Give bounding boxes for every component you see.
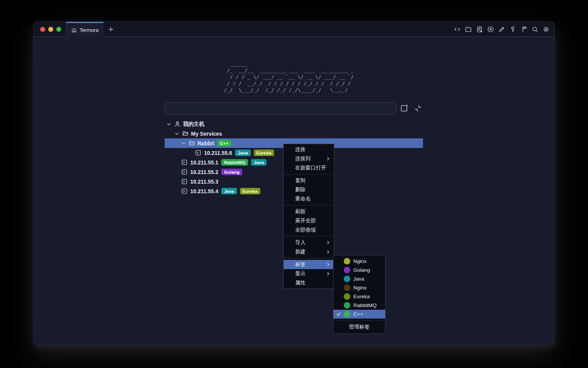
edit-icon[interactable]: [498, 26, 505, 33]
search-actions: [400, 104, 422, 113]
tag-label: Eureka: [353, 294, 370, 299]
submenu-arrow-icon: [326, 250, 330, 254]
menu-item-properties[interactable]: 属性: [284, 278, 334, 288]
tab-bar: Termora: [34, 22, 554, 37]
search-icon[interactable]: [531, 26, 539, 33]
tag-badge: RabbitMQ: [221, 159, 248, 166]
menu-item-refresh[interactable]: 刷新: [284, 207, 334, 216]
tag-color-dot: [344, 276, 350, 282]
tag-item-java[interactable]: Java: [333, 274, 385, 283]
tag-label: Nginx: [353, 258, 367, 264]
tag-label: Nginx: [353, 285, 367, 291]
menu-item-collapse-all[interactable]: 全部收缩: [284, 225, 334, 235]
menu-item-label: 导入: [295, 239, 305, 246]
add-host-icon[interactable]: [400, 104, 408, 113]
menu-item-new[interactable]: 新建: [284, 247, 334, 256]
close-window-button[interactable]: [40, 27, 45, 32]
document-icon[interactable]: [476, 26, 483, 33]
menu-item-label: 显示: [295, 270, 305, 277]
record-icon[interactable]: [487, 26, 494, 33]
menu-item-import[interactable]: 导入: [284, 238, 334, 247]
folder-open-icon: [182, 130, 189, 137]
folder-icon[interactable]: [465, 26, 472, 33]
tab-label: Termora: [80, 27, 99, 33]
tag-label: Java: [353, 276, 364, 282]
tag-item-nginx[interactable]: Nginx: [333, 257, 385, 266]
submenu-arrow-icon: [326, 271, 330, 276]
tree-node-label: 10.211.55.2: [190, 169, 218, 175]
terminal-icon: [181, 169, 187, 175]
menu-item-label: 连接到: [295, 155, 311, 162]
tag-submenu: Nginx Golang Java Nginx Eureka RabbitMQ: [333, 255, 385, 334]
tree-node-label: My Services: [191, 131, 222, 137]
terminal-icon: [181, 179, 187, 184]
zoom-window-button[interactable]: [56, 27, 61, 32]
menu-item-expand-all[interactable]: 展开全部: [284, 216, 334, 225]
tree-node-label: 10.211.55.3: [190, 179, 218, 185]
chevron-down-icon[interactable]: [181, 141, 186, 146]
key-icon[interactable]: [509, 26, 516, 33]
chevron-down-icon[interactable]: [175, 131, 179, 136]
menu-item-rename[interactable]: 重命名: [284, 194, 334, 204]
terminal-icon: [181, 159, 187, 165]
tag-label: C++: [353, 311, 363, 317]
tag-item-golang[interactable]: Golang: [333, 266, 385, 274]
menu-separator: [284, 205, 334, 205]
tree-node-label: 10.211.55.6: [204, 150, 232, 156]
minimize-window-button[interactable]: [48, 27, 53, 32]
menu-separator: [284, 236, 334, 237]
tag-badge: Eureka: [240, 188, 261, 194]
folder-open-icon: [189, 140, 195, 146]
menu-item-label: 新建: [295, 248, 305, 255]
tree-node-label: 10.211.55.1: [190, 159, 218, 166]
tag-color-dot: [344, 302, 350, 309]
terminal-icon: [195, 150, 201, 156]
manage-tags-item[interactable]: 管理标签: [333, 322, 385, 332]
submenu-arrow-icon: [326, 262, 330, 267]
tag-badge: Golang: [221, 169, 242, 175]
tag-color-dot: [344, 311, 350, 317]
terminal-icon: [181, 188, 187, 194]
keychain-icon[interactable]: [520, 26, 528, 33]
menu-item-delete[interactable]: 删除: [284, 185, 334, 194]
toolbar: [454, 22, 550, 37]
tree-node-my-services[interactable]: My Services: [165, 129, 423, 138]
submenu-arrow-icon: [326, 240, 330, 245]
tag-label: Golang: [353, 267, 370, 273]
tag-color-dot: [344, 293, 350, 300]
tag-color-dot: [344, 258, 350, 264]
tag-item-cpp[interactable]: C++: [333, 310, 385, 319]
tag-color-dot: [344, 267, 350, 273]
menu-item-show[interactable]: 显示: [284, 269, 334, 278]
new-tab-button[interactable]: [104, 22, 117, 37]
tree-node-my-hosts[interactable]: 我的主机: [165, 119, 423, 129]
tree-node-label: Rabbit: [198, 140, 214, 146]
tree-node-label: 我的主机: [183, 121, 204, 128]
tag-item-eureka[interactable]: Eureka: [333, 292, 385, 301]
menu-separator: [284, 258, 334, 258]
tag-label: RabbitMQ: [353, 302, 377, 308]
chevron-down-icon[interactable]: [167, 122, 171, 127]
tag-item-nginx-2[interactable]: Nginx: [333, 283, 385, 292]
collapse-all-icon[interactable]: [413, 104, 422, 113]
submenu-arrow-icon: [326, 156, 330, 161]
tree-node-label: 10.211.55.4: [190, 188, 218, 194]
menu-item-connect-to[interactable]: 连接到: [284, 154, 334, 163]
tag-badge: Java: [251, 159, 266, 166]
tag-item-rabbitmq[interactable]: RabbitMQ: [333, 301, 385, 310]
app-window: Termora ______ /_ __/__ _________ ___ __…: [34, 22, 554, 345]
menu-item-open-in-new-window[interactable]: 在新窗口打开: [284, 163, 334, 172]
tab-termora[interactable]: Termora: [66, 22, 103, 37]
search-input[interactable]: [165, 102, 396, 114]
check-icon: [336, 312, 341, 317]
tag-badge: C++: [217, 140, 231, 146]
tag-badge: Eureka: [254, 150, 274, 156]
menu-item-tags[interactable]: 标签: [284, 260, 334, 269]
code-icon[interactable]: [454, 26, 461, 33]
menu-separator: [284, 174, 334, 174]
menu-item-copy[interactable]: 复制: [284, 176, 334, 185]
settings-icon[interactable]: [542, 26, 550, 33]
home-icon: [71, 27, 77, 33]
tag-color-dot: [344, 284, 350, 291]
menu-item-connect[interactable]: 连接: [284, 145, 334, 154]
